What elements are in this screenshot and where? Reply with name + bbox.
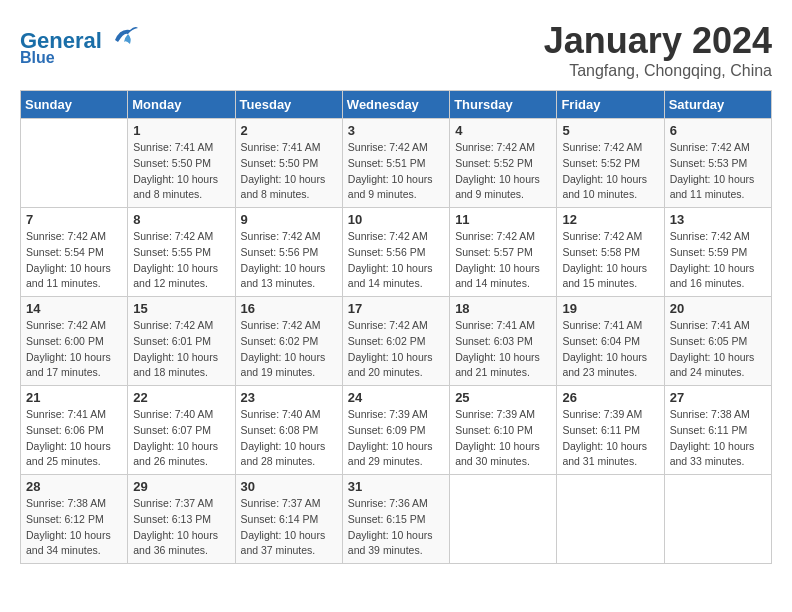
day-number: 11 bbox=[455, 212, 551, 227]
calendar-cell: 20Sunrise: 7:41 AMSunset: 6:05 PMDayligh… bbox=[664, 297, 771, 386]
day-number: 3 bbox=[348, 123, 444, 138]
day-info: Sunrise: 7:41 AMSunset: 6:04 PMDaylight:… bbox=[562, 318, 658, 381]
calendar-cell: 30Sunrise: 7:37 AMSunset: 6:14 PMDayligh… bbox=[235, 475, 342, 564]
calendar-cell bbox=[21, 119, 128, 208]
page-header: General Blue January 2024 Tangfang, Chon… bbox=[20, 20, 772, 80]
day-number: 24 bbox=[348, 390, 444, 405]
day-number: 27 bbox=[670, 390, 766, 405]
title-block: January 2024 Tangfang, Chongqing, China bbox=[544, 20, 772, 80]
day-number: 10 bbox=[348, 212, 444, 227]
calendar-cell: 9Sunrise: 7:42 AMSunset: 5:56 PMDaylight… bbox=[235, 208, 342, 297]
day-info: Sunrise: 7:41 AMSunset: 5:50 PMDaylight:… bbox=[241, 140, 337, 203]
day-number: 21 bbox=[26, 390, 122, 405]
calendar-cell: 22Sunrise: 7:40 AMSunset: 6:07 PMDayligh… bbox=[128, 386, 235, 475]
weekday-header-thursday: Thursday bbox=[450, 91, 557, 119]
day-number: 20 bbox=[670, 301, 766, 316]
calendar-cell: 28Sunrise: 7:38 AMSunset: 6:12 PMDayligh… bbox=[21, 475, 128, 564]
day-info: Sunrise: 7:42 AMSunset: 6:02 PMDaylight:… bbox=[241, 318, 337, 381]
calendar-cell: 24Sunrise: 7:39 AMSunset: 6:09 PMDayligh… bbox=[342, 386, 449, 475]
day-info: Sunrise: 7:41 AMSunset: 5:50 PMDaylight:… bbox=[133, 140, 229, 203]
calendar-cell: 7Sunrise: 7:42 AMSunset: 5:54 PMDaylight… bbox=[21, 208, 128, 297]
day-info: Sunrise: 7:39 AMSunset: 6:09 PMDaylight:… bbox=[348, 407, 444, 470]
day-number: 29 bbox=[133, 479, 229, 494]
calendar-cell: 1Sunrise: 7:41 AMSunset: 5:50 PMDaylight… bbox=[128, 119, 235, 208]
week-row-2: 14Sunrise: 7:42 AMSunset: 6:00 PMDayligh… bbox=[21, 297, 772, 386]
logo-bird-icon bbox=[110, 20, 140, 48]
calendar-cell: 2Sunrise: 7:41 AMSunset: 5:50 PMDaylight… bbox=[235, 119, 342, 208]
day-number: 18 bbox=[455, 301, 551, 316]
calendar-cell bbox=[664, 475, 771, 564]
calendar-table: SundayMondayTuesdayWednesdayThursdayFrid… bbox=[20, 90, 772, 564]
calendar-cell: 27Sunrise: 7:38 AMSunset: 6:11 PMDayligh… bbox=[664, 386, 771, 475]
day-info: Sunrise: 7:39 AMSunset: 6:10 PMDaylight:… bbox=[455, 407, 551, 470]
day-info: Sunrise: 7:38 AMSunset: 6:11 PMDaylight:… bbox=[670, 407, 766, 470]
day-info: Sunrise: 7:41 AMSunset: 6:03 PMDaylight:… bbox=[455, 318, 551, 381]
calendar-cell: 8Sunrise: 7:42 AMSunset: 5:55 PMDaylight… bbox=[128, 208, 235, 297]
day-info: Sunrise: 7:36 AMSunset: 6:15 PMDaylight:… bbox=[348, 496, 444, 559]
week-row-3: 21Sunrise: 7:41 AMSunset: 6:06 PMDayligh… bbox=[21, 386, 772, 475]
calendar-cell bbox=[557, 475, 664, 564]
day-info: Sunrise: 7:42 AMSunset: 6:01 PMDaylight:… bbox=[133, 318, 229, 381]
day-number: 4 bbox=[455, 123, 551, 138]
day-info: Sunrise: 7:42 AMSunset: 5:57 PMDaylight:… bbox=[455, 229, 551, 292]
calendar-cell: 23Sunrise: 7:40 AMSunset: 6:08 PMDayligh… bbox=[235, 386, 342, 475]
location-title: Tangfang, Chongqing, China bbox=[544, 62, 772, 80]
day-number: 7 bbox=[26, 212, 122, 227]
day-number: 19 bbox=[562, 301, 658, 316]
day-info: Sunrise: 7:42 AMSunset: 5:54 PMDaylight:… bbox=[26, 229, 122, 292]
calendar-cell: 11Sunrise: 7:42 AMSunset: 5:57 PMDayligh… bbox=[450, 208, 557, 297]
calendar-cell: 6Sunrise: 7:42 AMSunset: 5:53 PMDaylight… bbox=[664, 119, 771, 208]
day-number: 30 bbox=[241, 479, 337, 494]
day-info: Sunrise: 7:41 AMSunset: 6:05 PMDaylight:… bbox=[670, 318, 766, 381]
day-number: 12 bbox=[562, 212, 658, 227]
day-number: 16 bbox=[241, 301, 337, 316]
weekday-header-tuesday: Tuesday bbox=[235, 91, 342, 119]
day-number: 22 bbox=[133, 390, 229, 405]
day-info: Sunrise: 7:42 AMSunset: 5:52 PMDaylight:… bbox=[562, 140, 658, 203]
day-info: Sunrise: 7:42 AMSunset: 5:56 PMDaylight:… bbox=[241, 229, 337, 292]
day-number: 2 bbox=[241, 123, 337, 138]
calendar-cell: 5Sunrise: 7:42 AMSunset: 5:52 PMDaylight… bbox=[557, 119, 664, 208]
week-row-1: 7Sunrise: 7:42 AMSunset: 5:54 PMDaylight… bbox=[21, 208, 772, 297]
day-number: 8 bbox=[133, 212, 229, 227]
calendar-cell: 25Sunrise: 7:39 AMSunset: 6:10 PMDayligh… bbox=[450, 386, 557, 475]
calendar-cell: 3Sunrise: 7:42 AMSunset: 5:51 PMDaylight… bbox=[342, 119, 449, 208]
weekday-header-monday: Monday bbox=[128, 91, 235, 119]
calendar-cell: 17Sunrise: 7:42 AMSunset: 6:02 PMDayligh… bbox=[342, 297, 449, 386]
day-number: 15 bbox=[133, 301, 229, 316]
weekday-header-friday: Friday bbox=[557, 91, 664, 119]
day-info: Sunrise: 7:42 AMSunset: 6:00 PMDaylight:… bbox=[26, 318, 122, 381]
calendar-cell: 19Sunrise: 7:41 AMSunset: 6:04 PMDayligh… bbox=[557, 297, 664, 386]
calendar-cell bbox=[450, 475, 557, 564]
day-info: Sunrise: 7:42 AMSunset: 6:02 PMDaylight:… bbox=[348, 318, 444, 381]
calendar-cell: 4Sunrise: 7:42 AMSunset: 5:52 PMDaylight… bbox=[450, 119, 557, 208]
calendar-cell: 12Sunrise: 7:42 AMSunset: 5:58 PMDayligh… bbox=[557, 208, 664, 297]
day-number: 31 bbox=[348, 479, 444, 494]
day-number: 23 bbox=[241, 390, 337, 405]
calendar-cell: 21Sunrise: 7:41 AMSunset: 6:06 PMDayligh… bbox=[21, 386, 128, 475]
calendar-cell: 18Sunrise: 7:41 AMSunset: 6:03 PMDayligh… bbox=[450, 297, 557, 386]
day-info: Sunrise: 7:37 AMSunset: 6:13 PMDaylight:… bbox=[133, 496, 229, 559]
weekday-header-wednesday: Wednesday bbox=[342, 91, 449, 119]
calendar-cell: 13Sunrise: 7:42 AMSunset: 5:59 PMDayligh… bbox=[664, 208, 771, 297]
day-info: Sunrise: 7:37 AMSunset: 6:14 PMDaylight:… bbox=[241, 496, 337, 559]
day-info: Sunrise: 7:42 AMSunset: 5:51 PMDaylight:… bbox=[348, 140, 444, 203]
day-number: 26 bbox=[562, 390, 658, 405]
day-info: Sunrise: 7:40 AMSunset: 6:07 PMDaylight:… bbox=[133, 407, 229, 470]
day-number: 28 bbox=[26, 479, 122, 494]
day-info: Sunrise: 7:39 AMSunset: 6:11 PMDaylight:… bbox=[562, 407, 658, 470]
day-number: 13 bbox=[670, 212, 766, 227]
calendar-cell: 14Sunrise: 7:42 AMSunset: 6:00 PMDayligh… bbox=[21, 297, 128, 386]
day-number: 25 bbox=[455, 390, 551, 405]
weekday-header-sunday: Sunday bbox=[21, 91, 128, 119]
month-title: January 2024 bbox=[544, 20, 772, 62]
day-info: Sunrise: 7:42 AMSunset: 5:59 PMDaylight:… bbox=[670, 229, 766, 292]
day-number: 1 bbox=[133, 123, 229, 138]
day-info: Sunrise: 7:42 AMSunset: 5:55 PMDaylight:… bbox=[133, 229, 229, 292]
day-number: 9 bbox=[241, 212, 337, 227]
calendar-cell: 29Sunrise: 7:37 AMSunset: 6:13 PMDayligh… bbox=[128, 475, 235, 564]
calendar-cell: 26Sunrise: 7:39 AMSunset: 6:11 PMDayligh… bbox=[557, 386, 664, 475]
day-number: 5 bbox=[562, 123, 658, 138]
day-number: 6 bbox=[670, 123, 766, 138]
calendar-cell: 10Sunrise: 7:42 AMSunset: 5:56 PMDayligh… bbox=[342, 208, 449, 297]
